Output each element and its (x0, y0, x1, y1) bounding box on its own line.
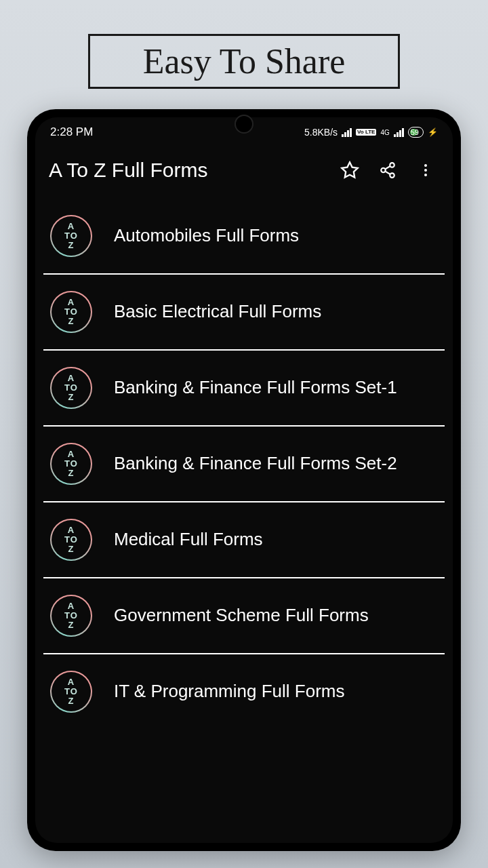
volte-badge: Vo LTE (356, 129, 376, 136)
svg-point-7 (424, 174, 427, 176)
svg-line-4 (385, 166, 390, 169)
app-bar: A To Z Full Forms (35, 144, 453, 199)
list-item[interactable]: ATOZ Banking & Finance Full Forms Set-2 (43, 427, 445, 502)
signal-icon (342, 127, 352, 137)
category-list: ATOZ Automobiles Full Forms ATOZ Basic E… (35, 199, 453, 740)
item-label: Government Scheme Full Forms (114, 604, 438, 627)
favorite-icon[interactable] (336, 157, 363, 184)
promo-banner: Easy To Share (88, 34, 400, 89)
network-type: 4G (380, 129, 389, 136)
list-item[interactable]: ATOZ Medical Full Forms (43, 502, 445, 578)
atoz-icon: ATOZ (50, 519, 92, 561)
charging-icon: ⚡ (428, 127, 438, 137)
svg-point-6 (424, 169, 427, 172)
atoz-icon: ATOZ (50, 595, 92, 637)
status-right: 5.8KB/s Vo LTE 4G 59 ⚡ (304, 127, 438, 138)
app-title: A To Z Full Forms (49, 159, 325, 182)
camera-notch (235, 115, 253, 134)
item-label: Basic Electrical Full Forms (114, 300, 438, 323)
svg-point-1 (381, 168, 386, 173)
item-label: Automobiles Full Forms (114, 224, 438, 248)
item-label: IT & Programming Full Forms (114, 680, 438, 703)
atoz-icon: ATOZ (50, 291, 92, 333)
list-item[interactable]: ATOZ Automobiles Full Forms (43, 199, 445, 275)
list-item[interactable]: ATOZ Banking & Finance Full Forms Set-1 (43, 351, 445, 427)
svg-line-3 (385, 172, 390, 174)
svg-point-5 (424, 164, 427, 167)
svg-point-0 (390, 163, 394, 167)
atoz-icon: ATOZ (50, 215, 92, 257)
share-icon[interactable] (374, 157, 401, 184)
list-item[interactable]: ATOZ Government Scheme Full Forms (43, 578, 445, 654)
svg-point-2 (390, 173, 394, 178)
more-icon[interactable] (412, 157, 439, 184)
item-label: Medical Full Forms (114, 528, 438, 551)
atoz-icon: ATOZ (50, 671, 92, 713)
item-label: Banking & Finance Full Forms Set-1 (114, 376, 438, 399)
network-speed: 5.8KB/s (304, 127, 338, 138)
phone-frame: 2:28 PM 5.8KB/s Vo LTE 4G 59 ⚡ A To Z Fu… (27, 109, 461, 851)
signal-icon-2 (394, 127, 404, 137)
atoz-icon: ATOZ (50, 443, 92, 485)
list-item[interactable]: ATOZ Basic Electrical Full Forms (43, 275, 445, 351)
phone-screen: 2:28 PM 5.8KB/s Vo LTE 4G 59 ⚡ A To Z Fu… (35, 117, 453, 843)
list-item[interactable]: ATOZ IT & Programming Full Forms (43, 654, 445, 740)
atoz-icon: ATOZ (50, 367, 92, 409)
battery-icon: 59 (408, 127, 424, 138)
status-time: 2:28 PM (50, 125, 93, 139)
item-label: Banking & Finance Full Forms Set-2 (114, 452, 438, 475)
